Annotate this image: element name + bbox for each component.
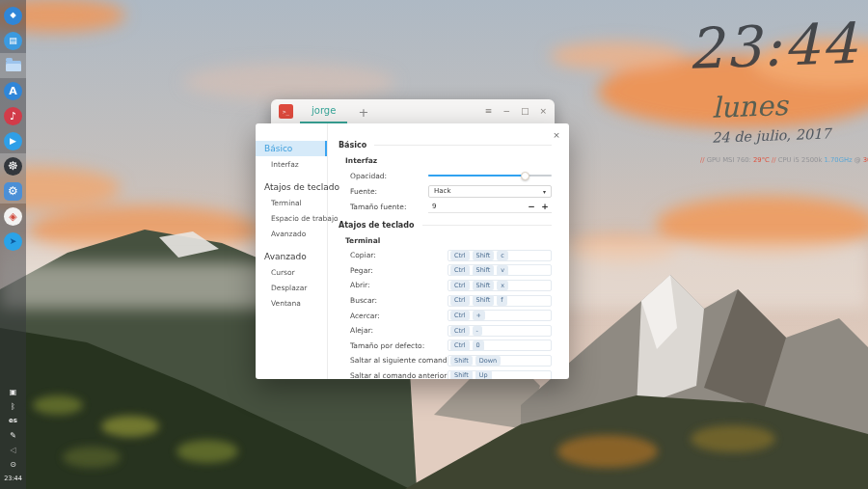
cards-icon: ▤ bbox=[4, 32, 22, 50]
at-sign: @ bbox=[854, 156, 863, 164]
dock-item-tag-app[interactable]: ◆ bbox=[0, 3, 26, 28]
key-badge: + bbox=[473, 311, 485, 321]
sidebar-item-atajos-de-teclado[interactable]: Atajos de teclado bbox=[256, 179, 327, 195]
section-basico: Básico bbox=[329, 141, 569, 149]
annotate-icon[interactable]: ✎ bbox=[0, 428, 26, 443]
shortcut-input[interactable]: Ctrl Shift f bbox=[448, 295, 552, 307]
key-badge: Shift bbox=[473, 265, 495, 276]
new-tab-button[interactable]: + bbox=[354, 102, 373, 122]
key-badge: Shift bbox=[473, 251, 495, 261]
dock-item-cards-app[interactable]: ▤ bbox=[0, 28, 26, 53]
shortcut-label: Saltar al comando anterior: bbox=[350, 371, 448, 379]
shortcut-row-saltar-anterior: Saltar al comando anterior: Shift Up bbox=[329, 368, 569, 379]
opacity-slider-knob[interactable] bbox=[521, 172, 529, 180]
sidebar-item-cursor[interactable]: Cursor bbox=[256, 264, 327, 280]
shortcut-row-copiar: Copiar: Ctrl Shift c bbox=[329, 248, 569, 263]
updates-icon[interactable]: ▣ bbox=[0, 385, 26, 399]
shortcut-label: Acercar: bbox=[350, 312, 448, 320]
section-divider bbox=[374, 145, 552, 146]
increase-font-size-button[interactable]: + bbox=[538, 202, 552, 211]
dock-item-media-player[interactable]: ▶ bbox=[0, 128, 26, 153]
sidebar-item-espacio-de-trabajo[interactable]: Espacio de trabajo bbox=[256, 210, 327, 226]
dock-item-web-browser[interactable]: ◈ bbox=[0, 204, 26, 229]
opacity-label: Opacidad: bbox=[350, 172, 428, 180]
key-badge: Down bbox=[475, 356, 501, 367]
dock-item-settings-app[interactable]: ⚙ bbox=[0, 178, 26, 204]
sidebar-item-basico[interactable]: Básico bbox=[256, 141, 327, 156]
terminal-tab-jorge[interactable]: jorge bbox=[300, 99, 347, 123]
minimize-icon[interactable]: − bbox=[502, 107, 510, 116]
terminal-settings-dialog: × Básico Interfaz Atajos de teclado Term… bbox=[256, 123, 569, 379]
power-icon[interactable]: ⊙ bbox=[0, 457, 26, 472]
shortcut-input[interactable]: Ctrl 0 bbox=[448, 340, 552, 351]
dock-apps: ◆ ▤ A ♪ ▶ ☸ ⚙ ◈ ➤ bbox=[0, 0, 26, 254]
key-badge: Shift bbox=[450, 370, 473, 379]
key-badge: c bbox=[497, 251, 508, 261]
keyboard-layout-indicator[interactable]: es bbox=[0, 414, 26, 428]
key-badge: Ctrl bbox=[450, 281, 470, 291]
menu-icon[interactable]: ≡ bbox=[485, 107, 493, 116]
gear-icon: ⚙ bbox=[4, 182, 22, 201]
sidebar-item-ventana[interactable]: Ventana bbox=[256, 295, 327, 311]
desktop: 23:44 lunes 24 de julio, 2017 // GPU MSI… bbox=[0, 0, 868, 489]
shortcut-row-abrir: Abrir: Ctrl Shift x bbox=[329, 278, 569, 293]
close-icon[interactable]: × bbox=[539, 107, 547, 116]
section-atajos: Atajos de teclado bbox=[329, 221, 569, 230]
shortcut-label: Pegar: bbox=[350, 266, 448, 275]
key-badge: Ctrl bbox=[450, 265, 470, 276]
clock-widget: 23:44 lunes 24 de julio, 2017 // GPU MSI… bbox=[687, 21, 865, 164]
clock-date: 24 de julio, 2017 bbox=[712, 124, 865, 146]
volume-icon[interactable]: ◁ bbox=[0, 443, 26, 457]
dock-item-app-store[interactable]: A bbox=[0, 78, 26, 103]
shortcut-input[interactable]: Shift Down bbox=[448, 355, 552, 367]
font-select[interactable]: Hack ▾ bbox=[428, 185, 552, 198]
dock-item-reel-app[interactable]: ☸ bbox=[0, 153, 26, 178]
shortcut-input[interactable]: Ctrl Shift x bbox=[448, 280, 552, 291]
key-badge: Shift bbox=[473, 295, 495, 306]
sidebar-item-avanzado[interactable]: Avanzado bbox=[256, 226, 327, 241]
shortcut-input[interactable]: Ctrl - bbox=[448, 325, 552, 337]
font-size-value[interactable]: 9 bbox=[428, 203, 525, 210]
key-badge: v bbox=[497, 265, 508, 276]
maximize-icon[interactable]: □ bbox=[521, 107, 529, 116]
stats-separator: // bbox=[700, 156, 707, 164]
compass-icon: ◈ bbox=[4, 207, 22, 226]
decrease-font-size-button[interactable]: − bbox=[525, 202, 538, 211]
bluetooth-icon[interactable]: ᛒ bbox=[0, 399, 26, 414]
shortcut-row-acercar: Acercar: Ctrl + bbox=[329, 308, 569, 323]
dock-item-music-app[interactable]: ♪ bbox=[0, 103, 26, 128]
section-title: Atajos de teclado bbox=[339, 221, 415, 230]
key-badge: Shift bbox=[473, 281, 495, 291]
tag-icon: ◆ bbox=[4, 7, 22, 25]
opacity-slider[interactable] bbox=[428, 175, 552, 177]
font-label: Fuente: bbox=[350, 187, 428, 196]
opacity-slider-fill bbox=[428, 175, 525, 177]
key-badge: Shift bbox=[450, 356, 473, 367]
shortcut-input[interactable]: Ctrl Shift c bbox=[448, 250, 552, 261]
shortcut-row-alejar: Alejar: Ctrl - bbox=[329, 323, 569, 339]
system-stats: // GPU MSI 760: 29°C // CPU i5 2500k 1.7… bbox=[700, 156, 865, 164]
key-badge: Ctrl bbox=[450, 295, 470, 306]
section-title: Básico bbox=[339, 141, 366, 149]
font-size-row: Tamaño fuente: 9 − + bbox=[329, 199, 569, 214]
clock-time: 23:44 bbox=[687, 15, 867, 77]
shortcut-row-tamano-por-defecto: Tamaño por defecto: Ctrl 0 bbox=[329, 339, 569, 354]
dock-clock: 23:44 bbox=[4, 472, 22, 486]
sidebar-item-desplazar[interactable]: Desplazar bbox=[256, 280, 327, 295]
shortcut-input[interactable]: Ctrl + bbox=[448, 310, 552, 321]
paper-plane-icon: ➤ bbox=[4, 232, 22, 251]
window-controls: ≡ − □ × bbox=[485, 99, 547, 123]
font-row: Fuente: Hack ▾ bbox=[329, 183, 569, 199]
dialog-close-icon[interactable]: × bbox=[551, 129, 562, 141]
dock-tray: ▣ ᛒ es ✎ ◁ ⊙ 23:44 bbox=[0, 385, 26, 489]
dock-item-send-app[interactable]: ➤ bbox=[0, 229, 26, 254]
shortcut-input[interactable]: Shift Up bbox=[448, 370, 552, 379]
sidebar-item-terminal[interactable]: Terminal bbox=[256, 195, 327, 210]
terminal-app-icon: >_ bbox=[279, 104, 293, 119]
shortcut-input[interactable]: Ctrl Shift v bbox=[448, 264, 552, 276]
terminal-titlebar[interactable]: >_ jorge + ≡ − □ × bbox=[271, 99, 555, 123]
dock-item-file-manager[interactable] bbox=[0, 53, 26, 78]
sidebar-item-avanzado-header[interactable]: Avanzado bbox=[256, 249, 327, 264]
sidebar-item-interfaz[interactable]: Interfaz bbox=[256, 156, 327, 172]
settings-sidebar: Básico Interfaz Atajos de teclado Termin… bbox=[256, 123, 328, 379]
